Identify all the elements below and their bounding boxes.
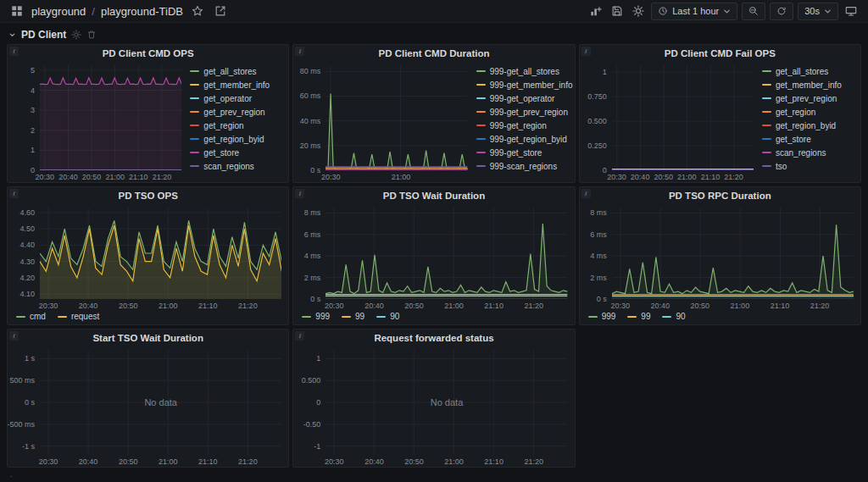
legend-item[interactable]: scan_regions [762, 146, 857, 159]
share-icon[interactable] [212, 3, 229, 19]
legend-item[interactable]: 90 [376, 312, 399, 321]
x-axis-label: 20:40 [79, 457, 98, 466]
panel-title[interactable]: PD Client CMD Duration [293, 48, 574, 58]
legend-item[interactable]: 999-get_operator [476, 91, 571, 105]
x-axis-label: 20:40 [79, 302, 98, 310]
save-dashboard-icon[interactable] [609, 3, 626, 19]
chart-area[interactable]: 0 s2 ms4 ms6 ms8 ms20:3020:4020:5021:002… [293, 204, 574, 311]
legend-item[interactable]: 999-scan_regions [476, 159, 571, 173]
panel-title[interactable]: PD TSO OPS [8, 191, 288, 201]
chart-area[interactable]: 0 s20 ms40 ms60 ms80 ms20:3021:00 [293, 62, 474, 182]
legend-item[interactable]: get_operator [190, 91, 285, 105]
x-axis-label: 21:20 [238, 457, 258, 466]
series-color-marker [376, 316, 386, 318]
plot-area[interactable] [326, 208, 567, 299]
panel-title[interactable]: Start TSO Wait Duration [8, 333, 288, 343]
next-row-header-clipped[interactable] [8, 471, 860, 477]
legend-item[interactable]: 999 [588, 312, 616, 321]
row-title[interactable]: PD Client [21, 29, 66, 41]
legend-item[interactable]: get_region_byid [190, 132, 285, 146]
legend-item[interactable]: get_member_info [762, 78, 857, 91]
legend-item[interactable]: 999-get_all_stores [476, 64, 571, 78]
x-axis-label: 21:00 [444, 302, 464, 310]
y-axis-label: 4.10 [19, 290, 35, 298]
dashboards-grid-icon[interactable] [8, 3, 25, 19]
refresh-button[interactable] [770, 3, 793, 20]
legend-item[interactable]: 99 [342, 312, 364, 321]
legend-item[interactable]: request [58, 312, 99, 321]
y-axis-label: 4.60 [19, 208, 35, 217]
plot-area[interactable] [40, 208, 281, 299]
legend-item[interactable]: get_store [762, 132, 857, 146]
dashboard-settings-icon[interactable] [630, 3, 647, 19]
legend-item[interactable]: get_region_byid [762, 119, 857, 132]
series-name: 99 [355, 312, 364, 321]
chart-area[interactable]: 01234520:3020:4020:5021:0021:1021:20 [8, 62, 188, 182]
series-name: cmd [30, 312, 46, 321]
legend-item[interactable]: get_member_info [190, 78, 285, 91]
series-name: 999-get_region_byid [490, 135, 567, 144]
legend-item[interactable]: cmd [16, 312, 46, 321]
y-axis-label: -1 [314, 442, 320, 451]
legend-item[interactable]: 999-get_member_info [476, 78, 571, 91]
add-panel-icon[interactable] [587, 3, 604, 19]
legend-item[interactable]: 999-get_region_byid [476, 132, 571, 146]
legend-item[interactable]: get_region [190, 119, 285, 132]
panel-title[interactable]: PD Client CMD OPS [8, 48, 288, 58]
row-settings-gear-icon[interactable] [71, 30, 81, 40]
legend: cmdrequest [8, 311, 288, 324]
breadcrumb-folder[interactable]: playground [31, 5, 86, 18]
legend-item[interactable]: get_prev_region [762, 91, 857, 105]
legend-item[interactable]: scan_regions [190, 159, 285, 173]
legend-item[interactable]: get_region [762, 105, 857, 119]
row-collapse-chevron-icon[interactable] [8, 31, 16, 39]
panel-title[interactable]: Request forwarded status [293, 333, 574, 343]
series-color-marker [190, 125, 199, 126]
panel-title[interactable]: PD TSO Wait Duration [293, 191, 574, 201]
panel-header: i PD TSO OPS [8, 187, 288, 204]
x-axis-label: 20:40 [631, 173, 650, 181]
zoom-out-button[interactable] [742, 3, 765, 20]
plot-area[interactable] [326, 65, 467, 170]
y-axis: 0 s20 ms40 ms60 ms80 ms [293, 65, 324, 170]
plot-area[interactable] [612, 208, 854, 299]
panel-title[interactable]: PD Client CMD Fail OPS [580, 48, 860, 58]
x-axis: 20:3020:4020:5021:0021:1021:20 [40, 301, 281, 310]
breadcrumb-dashboard[interactable]: playground-TiDB [101, 5, 183, 18]
legend-item[interactable]: 999-get_store [476, 146, 571, 159]
x-axis-label: 21:20 [153, 173, 172, 181]
row-delete-trash-icon[interactable] [86, 30, 97, 40]
legend-item[interactable]: get_prev_region [190, 105, 285, 119]
plot-area[interactable] [612, 65, 754, 170]
series-color-marker [627, 316, 637, 318]
series-color-marker [190, 138, 199, 140]
plot-area[interactable]: No data [326, 350, 567, 455]
series-svg [326, 65, 467, 170]
plot-area[interactable] [40, 65, 181, 170]
legend: get_all_storesget_member_infoget_operato… [188, 62, 288, 182]
chart-area[interactable]: 4.104.204.304.404.504.6020:3020:4020:502… [8, 204, 288, 311]
legend-item[interactable]: tso [762, 159, 857, 173]
chart-area[interactable]: 0 s2 ms4 ms6 ms8 ms20:3020:4020:5021:002… [580, 204, 860, 311]
legend-item[interactable]: get_store [190, 146, 285, 159]
legend-item[interactable]: 99 [627, 312, 650, 321]
time-range-picker[interactable]: Last 1 hour [651, 3, 737, 20]
chart-area[interactable]: 10.5000-0.50-1No data20:3020:4020:5021:0… [293, 346, 574, 467]
plot-area[interactable]: No data [40, 350, 281, 455]
legend-item[interactable]: 999 [302, 312, 330, 321]
panel-start-tso-wait-duration: i Start TSO Wait Duration 1 s500 ms0 s-5… [7, 329, 289, 468]
legend-item[interactable]: 90 [662, 312, 685, 321]
legend-item[interactable]: get_all_stores [762, 64, 857, 78]
x-axis-label: 20:30 [610, 302, 630, 310]
refresh-interval-picker[interactable]: 30s [798, 3, 838, 20]
panel-title[interactable]: PD TSO RPC Duration [580, 191, 860, 201]
star-icon[interactable] [189, 3, 206, 19]
chart-area[interactable]: 1 s500 ms0 s-500 ms-1 sNo data20:3020:40… [8, 346, 288, 467]
legend-item[interactable]: get_all_stores [190, 64, 285, 78]
chart-area[interactable]: 00.2500.5000.750120:3020:4020:5021:0021:… [580, 62, 760, 182]
panel-chart-body: 00.2500.5000.750120:3020:4020:5021:0021:… [580, 62, 860, 182]
legend-item[interactable]: 999-get_prev_region [476, 105, 571, 119]
cycle-view-mode-icon[interactable] [843, 3, 860, 19]
legend-item[interactable]: 999-get_region [476, 119, 571, 132]
x-axis-label: 20:40 [364, 457, 384, 466]
